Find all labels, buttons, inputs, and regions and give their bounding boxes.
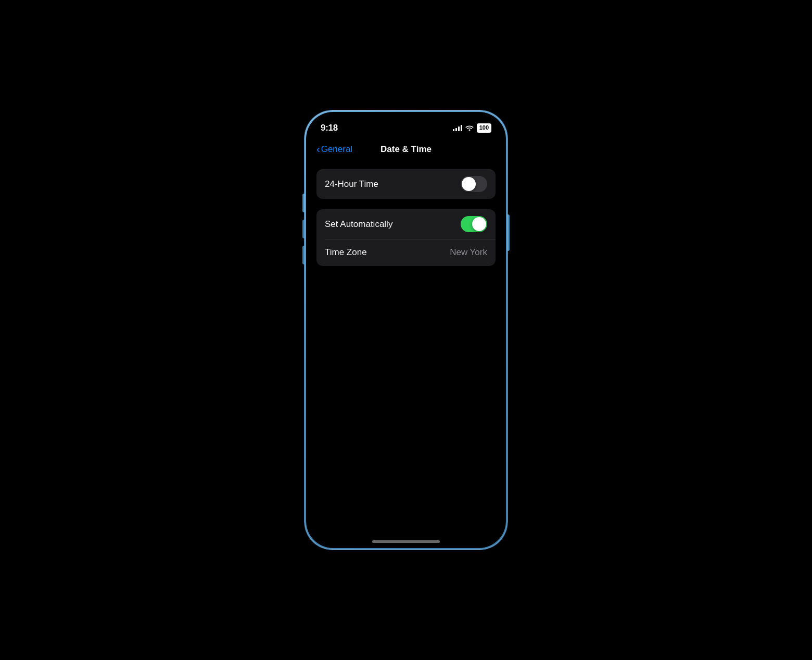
row-set-automatically: Set Automatically bbox=[316, 209, 496, 239]
status-time: 9:18 bbox=[321, 123, 338, 133]
signal-icon bbox=[453, 125, 462, 131]
toggle-thumb-auto bbox=[472, 217, 486, 231]
back-label: General bbox=[321, 144, 352, 155]
toggle-24hr-time[interactable] bbox=[461, 176, 487, 192]
page-title: Date & Time bbox=[380, 144, 432, 155]
dynamic-island bbox=[375, 118, 437, 136]
row-time-zone[interactable]: Time Zone New York bbox=[316, 239, 496, 266]
nav-bar: ‹ General Date & Time bbox=[306, 140, 506, 161]
phone-frame: 9:18 100 bbox=[304, 110, 508, 550]
phone-screen: 9:18 100 bbox=[306, 112, 506, 548]
back-button[interactable]: ‹ General bbox=[316, 144, 352, 155]
label-set-automatically: Set Automatically bbox=[325, 219, 392, 230]
settings-group-auto: Set Automatically Time Zone New York bbox=[316, 209, 496, 266]
label-time-zone: Time Zone bbox=[325, 247, 367, 258]
toggle-thumb-24hr bbox=[462, 177, 476, 191]
back-chevron-icon: ‹ bbox=[316, 143, 320, 155]
status-icons: 100 bbox=[453, 123, 491, 132]
battery-icon: 100 bbox=[477, 123, 491, 132]
settings-group-24hr: 24-Hour Time bbox=[316, 169, 496, 199]
toggle-set-automatically[interactable] bbox=[461, 216, 487, 232]
home-indicator bbox=[372, 540, 440, 543]
wifi-icon bbox=[465, 124, 474, 132]
label-24hr-time: 24-Hour Time bbox=[325, 179, 378, 189]
value-time-zone: New York bbox=[450, 247, 487, 258]
settings-content: 24-Hour Time Set Automatically Time Zone… bbox=[306, 161, 506, 274]
row-24hr-time: 24-Hour Time bbox=[316, 169, 496, 199]
battery-level: 100 bbox=[477, 123, 491, 132]
